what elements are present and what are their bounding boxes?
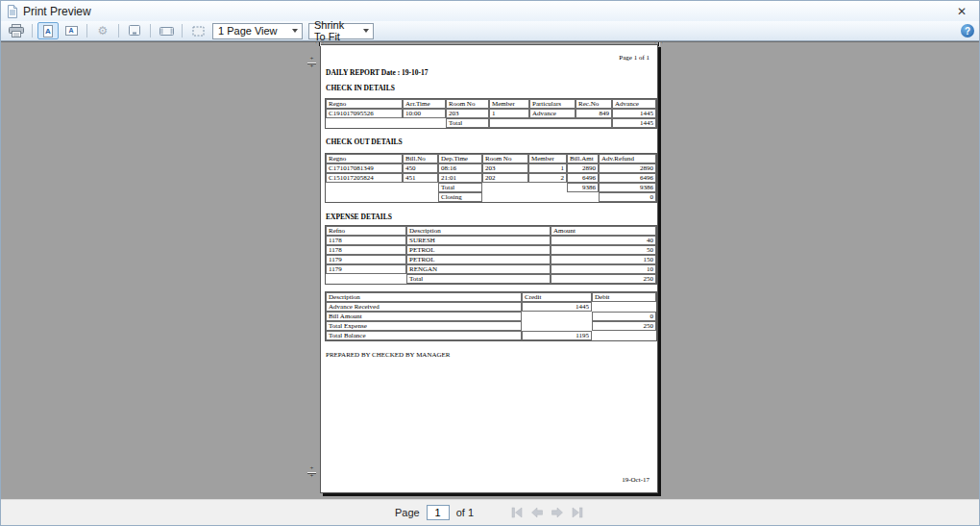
expense-table: Refno Description Amount 1178 SURESH 40 … [325, 225, 657, 285]
table-cell: 2890 [567, 163, 599, 173]
plus-icon: + [310, 57, 314, 62]
table-cell [592, 302, 656, 312]
table-cell: 150 [551, 255, 656, 264]
page-number-label: Page 1 of 1 [619, 54, 649, 62]
column-header: Adv.Refund [599, 154, 656, 163]
table-row: 1179 PETROL 150 [326, 255, 656, 264]
column-header: Room No [446, 99, 489, 109]
table-cell [403, 192, 438, 202]
page-view-dropdown[interactable]: 1 Page View [212, 23, 303, 39]
table-cell: 1178 [326, 245, 406, 255]
previous-page-icon [530, 507, 544, 518]
table-cell: SURESH [406, 236, 551, 245]
bottom-margin-handle[interactable]: ++ [307, 466, 316, 479]
column-header: Credit [522, 292, 592, 302]
top-margin-handle[interactable]: ++ [307, 57, 316, 69]
total-label-cell: Total [406, 274, 551, 284]
column-header: Refno [326, 226, 406, 236]
whole-page-view-button[interactable] [124, 22, 145, 39]
table-cell: 6496 [567, 173, 599, 183]
next-page-button[interactable] [550, 507, 565, 519]
column-header: Bill.Amt [567, 154, 599, 163]
table-cell: 203 [446, 109, 489, 118]
table-cell: C151017205824 [326, 173, 403, 183]
page-number-input[interactable] [427, 505, 450, 520]
title-bar: Print Preview ✕ [1, 1, 979, 21]
table-cell: 50 [551, 245, 656, 255]
last-page-button[interactable] [570, 507, 585, 519]
page-of-label: of 1 [456, 507, 474, 518]
table-cell: 849 [576, 109, 612, 118]
table-cell: Advance [529, 109, 576, 118]
table-cell: Bill Amount [326, 312, 522, 321]
first-page-button[interactable] [509, 507, 525, 519]
table-cell: PETROL [406, 245, 551, 255]
column-header: Room No [482, 154, 528, 163]
report-footer-date: 19-Oct-17 [622, 476, 649, 484]
column-header: Advance [612, 99, 656, 109]
table-cell: 1195 [522, 331, 592, 340]
right-margin-handle[interactable]: ++ [653, 41, 664, 46]
first-page-icon [510, 507, 524, 518]
table-cell: C171017081349 [326, 163, 403, 173]
table-row: C191017095526 10:00 203 1 Advance 849 14… [326, 109, 656, 118]
toolbar-separator [150, 24, 151, 38]
left-margin-handle[interactable]: ++ [314, 41, 325, 46]
table-row: C151017205824 451 21:01 202 2 6496 6496 [326, 173, 656, 183]
pager-bar: Page of 1 [1, 499, 979, 525]
page-width-view-button[interactable] [156, 22, 177, 39]
column-header: Description [326, 292, 522, 302]
previous-page-button[interactable] [529, 507, 545, 519]
table-cell [522, 312, 592, 321]
table-cell: 2890 [599, 163, 656, 173]
table-header-row: Description Credit Debit [326, 292, 656, 302]
total-value-cell: 1445 [612, 118, 656, 128]
column-header: Amount [551, 226, 656, 236]
toolbar-separator [86, 24, 87, 38]
expense-section-label: EXPENSE DETAILS [326, 213, 392, 221]
table-cell [326, 183, 403, 192]
print-preview-window: Print Preview ✕ A A ⚙ [0, 0, 980, 526]
table-cell: RENGAN [406, 264, 551, 274]
table-total-row: Total 1445 [326, 118, 656, 128]
close-icon[interactable]: ✕ [952, 4, 971, 19]
table-cell: 1 [528, 163, 567, 173]
printer-icon [9, 24, 24, 38]
table-cell [482, 183, 567, 192]
table-cell: 1445 [612, 109, 656, 118]
help-icon[interactable]: ? [961, 24, 974, 38]
chevron-down-icon [292, 29, 298, 33]
table-cell: 203 [482, 163, 528, 173]
table-cell: Advance Received [326, 302, 522, 312]
column-header: Regno [326, 154, 403, 163]
table-cell [489, 118, 612, 128]
column-header: Arr.Time [403, 99, 446, 109]
column-header: Member [489, 99, 529, 109]
checkout-table: Regno Bill.No Dep.Time Room No Member Bi… [325, 153, 657, 203]
page-setup-button[interactable]: ⚙ [92, 22, 113, 39]
table-cell: 1445 [522, 302, 592, 312]
closing-value-cell: 0 [599, 192, 656, 202]
print-button[interactable] [6, 22, 27, 39]
table-row: Bill Amount 0 [326, 312, 656, 321]
portrait-orientation-button[interactable]: A [37, 22, 59, 39]
toolbar-separator [118, 24, 119, 38]
total-label-cell: Total [446, 118, 489, 128]
table-cell [592, 331, 656, 340]
plus-icon: + [321, 41, 325, 46]
table-cell: 1179 [326, 264, 406, 274]
table-cell: 21:01 [438, 173, 482, 183]
table-row: 1178 SURESH 40 [326, 236, 656, 245]
shrink-to-fit-dropdown[interactable]: Shrink To Fit [308, 23, 374, 39]
prepared-by-line: PREPARED BY CHECKED BY MANAGER [326, 351, 451, 359]
table-row: 1178 PETROL 50 [326, 245, 656, 255]
table-cell: 2 [528, 173, 567, 183]
table-cell: Total Expense [326, 321, 522, 331]
table-cell: PETROL [406, 255, 551, 264]
zoom-area-button[interactable] [187, 22, 208, 39]
table-cell: 0 [592, 312, 656, 321]
page-label: Page [395, 507, 420, 518]
table-cell [522, 321, 592, 331]
landscape-orientation-button[interactable]: A [61, 22, 82, 39]
portrait-page-icon: A [43, 25, 53, 38]
